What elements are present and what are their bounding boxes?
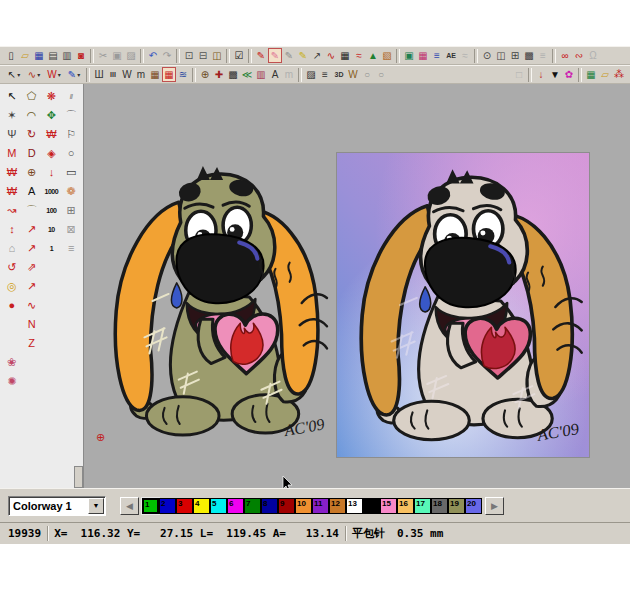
grid-crossed-icon[interactable]: ⊠ xyxy=(61,220,81,239)
filter-icon[interactable]: ▼ xyxy=(548,67,562,82)
stitch-arrows-icon[interactable]: ⇗ xyxy=(22,258,42,277)
color-chip-13[interactable]: 13 xyxy=(346,498,363,514)
palette-prev-button[interactable]: ◀ xyxy=(120,497,139,515)
figure-green-icon[interactable]: ✥ xyxy=(42,106,62,125)
wave-red-icon[interactable]: ≈ xyxy=(352,48,366,63)
fill-zigzag-icon[interactable]: W xyxy=(120,67,134,82)
sequence-3-icon[interactable]: ⊞ xyxy=(508,48,522,63)
paste-icon[interactable]: ▨ xyxy=(124,48,138,63)
wave-disabled-icon[interactable]: ≈ xyxy=(458,48,472,63)
tool-disabled-icon[interactable]: □ xyxy=(512,67,526,82)
embroidery-design[interactable] xyxy=(92,138,334,464)
effect-cross-icon[interactable]: ▩ xyxy=(226,67,240,82)
pair-red-icon[interactable]: ∾ xyxy=(572,48,586,63)
color-chip-17[interactable]: 17 xyxy=(414,498,431,514)
chevron-down-icon[interactable]: ▼ xyxy=(88,498,104,514)
fill-rails-icon[interactable]: m xyxy=(134,67,148,82)
color-chip-1[interactable]: 1 xyxy=(142,498,159,514)
open-icon[interactable]: ▱ xyxy=(18,48,32,63)
density-100-icon[interactable]: 100 xyxy=(42,201,62,220)
color-chip-16[interactable]: 16 xyxy=(397,498,414,514)
node-arc-icon[interactable]: ⌒ xyxy=(22,201,42,220)
density-10-icon[interactable]: 10 xyxy=(42,220,62,239)
branch-tool-icon[interactable]: Ψ xyxy=(2,125,22,144)
color-chip-14[interactable]: 14 xyxy=(363,498,380,514)
color-chip-12[interactable]: 12 xyxy=(329,498,346,514)
colorway-select[interactable]: Colorway 1 ▼ xyxy=(8,496,106,516)
flower-red-icon[interactable]: ❋ xyxy=(42,87,62,106)
color-chip-9[interactable]: 9 xyxy=(278,498,295,514)
density-1-icon[interactable]: 1 xyxy=(42,239,62,258)
export-folder-icon[interactable]: ▱ xyxy=(598,67,612,82)
note-yellow-icon[interactable]: ◎ xyxy=(2,277,22,296)
letter-n-icon[interactable]: N xyxy=(22,315,42,334)
hoop-1-icon[interactable]: ○ xyxy=(360,67,374,82)
color-chip-10[interactable]: 10 xyxy=(295,498,312,514)
digitize-pen-tool-icon[interactable]: ✎▾ xyxy=(64,67,84,82)
view-lines-icon[interactable]: ≡ xyxy=(318,67,332,82)
view-3d-icon[interactable]: 3D xyxy=(332,67,346,82)
undo-icon[interactable]: ↶ xyxy=(146,48,160,63)
color-chip-19[interactable]: 19 xyxy=(448,498,465,514)
flag-page-icon[interactable]: ⚐ xyxy=(61,125,81,144)
node-polygon-icon[interactable]: ⬠ xyxy=(22,87,42,106)
pen-hatch-icon[interactable]: ✎ xyxy=(268,48,282,63)
effect-pattern-icon[interactable]: ▥ xyxy=(254,67,268,82)
fill-weave-icon[interactable]: ▦ xyxy=(148,67,162,82)
new-icon[interactable]: ▯ xyxy=(4,48,18,63)
thread-icon[interactable]: ∿ xyxy=(324,48,338,63)
grid-color-icon[interactable]: ▦ xyxy=(416,48,430,63)
effect-disabled-icon[interactable]: m xyxy=(282,67,296,82)
circle-red-icon[interactable]: ● xyxy=(2,296,22,315)
sequence-4-icon[interactable]: ▩ xyxy=(522,48,536,63)
fill-wave-icon[interactable]: ≋ xyxy=(176,67,190,82)
list-box-icon[interactable]: ≡ xyxy=(61,239,81,258)
density-1000-icon[interactable]: 1000 xyxy=(42,182,62,201)
color-chip-4[interactable]: 4 xyxy=(193,498,210,514)
user-disabled-icon[interactable]: Ω xyxy=(586,48,600,63)
arc-tool-icon[interactable]: ⌒ xyxy=(61,106,81,125)
sphere-pattern-icon[interactable]: ⊕ xyxy=(22,163,42,182)
design-canvas[interactable]: AC'09 xyxy=(84,84,630,488)
select-edit-icon[interactable]: ⊟ xyxy=(196,48,210,63)
artwork-image[interactable] xyxy=(336,152,590,458)
color-chip-18[interactable]: 18 xyxy=(431,498,448,514)
sidebar-scrollbar[interactable] xyxy=(74,466,83,488)
effect-branch-icon[interactable]: ≪ xyxy=(240,67,254,82)
sequence-2-icon[interactable]: ◫ xyxy=(494,48,508,63)
color-chip-20[interactable]: 20 xyxy=(465,498,482,514)
stitch-list-icon[interactable]: ≡ xyxy=(430,48,444,63)
stitch-mw-icon[interactable]: ₩ xyxy=(2,163,22,182)
select-star-icon[interactable]: ✶ xyxy=(2,106,22,125)
color-chip-3[interactable]: 3 xyxy=(176,498,193,514)
rotate-tool-icon[interactable]: ↻ xyxy=(22,125,42,144)
pen-yellow-icon[interactable]: ✎ xyxy=(296,48,310,63)
stitch-run-1-icon[interactable]: ↗ xyxy=(22,220,42,239)
color-chip-2[interactable]: 2 xyxy=(159,498,176,514)
grid-black-icon[interactable]: ▦ xyxy=(338,48,352,63)
pen-outline-icon[interactable]: ✎ xyxy=(282,48,296,63)
rectangle-shape-icon[interactable]: ▭ xyxy=(61,163,81,182)
select-box-icon[interactable]: ⊡ xyxy=(182,48,196,63)
select-object-icon[interactable]: ◫ xyxy=(210,48,224,63)
letters-ae-icon[interactable]: AE xyxy=(444,48,458,63)
ellipse-shape-icon[interactable]: ○ xyxy=(61,144,81,163)
effect-peak-icon[interactable]: A xyxy=(268,67,282,82)
effect-wreath-icon[interactable]: ⊕ xyxy=(198,67,212,82)
color-chip-11[interactable]: 11 xyxy=(312,498,329,514)
save-icon[interactable]: ▦ xyxy=(32,48,46,63)
bitmap-icon[interactable]: ▣ xyxy=(402,48,416,63)
color-chip-7[interactable]: 7 xyxy=(244,498,261,514)
monogram-m-icon[interactable]: M xyxy=(2,144,22,163)
run-stitch-tool-icon[interactable]: ∿▾ xyxy=(24,67,44,82)
stitch-fly-icon[interactable]: ↝ xyxy=(2,201,22,220)
color-chip-15[interactable]: 15 xyxy=(380,498,397,514)
color-chip-6[interactable]: 6 xyxy=(227,498,244,514)
stitch-run-2-icon[interactable]: ↗ xyxy=(22,239,42,258)
sequin-pair-icon[interactable]: ❀ xyxy=(2,353,22,372)
satin-red-icon[interactable]: ₩ xyxy=(42,125,62,144)
color-chip-8[interactable]: 8 xyxy=(261,498,278,514)
stitch-run-3-icon[interactable]: ↗ xyxy=(22,277,42,296)
check-design-icon[interactable]: ☑ xyxy=(232,48,246,63)
fill-satin-icon[interactable]: Ш xyxy=(92,67,106,82)
